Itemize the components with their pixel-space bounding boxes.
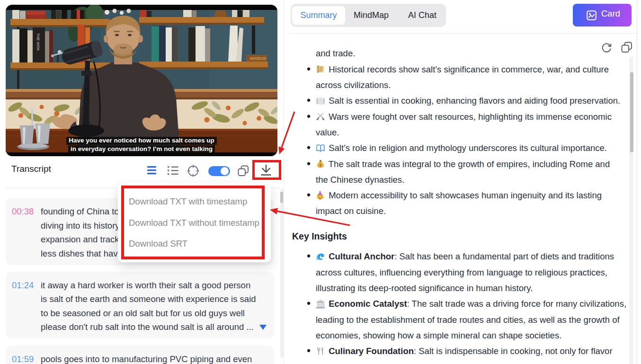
svg-text:THE WOK: THE WOK	[36, 33, 40, 51]
svg-text:NOODLES: NOODLES	[250, 57, 267, 60]
